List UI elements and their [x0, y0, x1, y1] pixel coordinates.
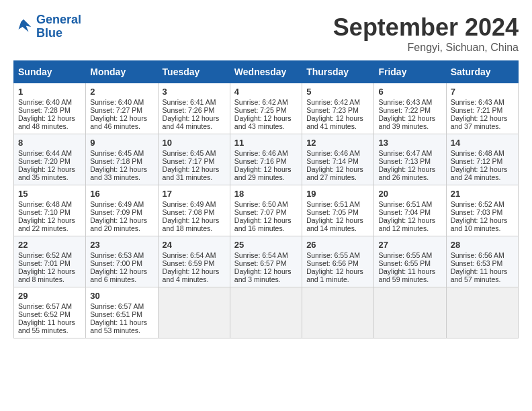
- logo-text: General Blue: [36, 13, 81, 40]
- table-row: 3Sunrise: 6:41 AMSunset: 7:26 PMDaylight…: [158, 83, 230, 134]
- table-row: 2Sunrise: 6:40 AMSunset: 7:27 PMDaylight…: [86, 83, 158, 134]
- table-row: 16Sunrise: 6:49 AMSunset: 7:09 PMDayligh…: [86, 185, 158, 236]
- logo-line1: General: [36, 13, 81, 26]
- calendar-week-5: 29Sunrise: 6:57 AMSunset: 6:52 PMDayligh…: [14, 287, 519, 338]
- table-row: 22Sunrise: 6:52 AMSunset: 7:01 PMDayligh…: [14, 236, 86, 287]
- table-row: 14Sunrise: 6:48 AMSunset: 7:12 PMDayligh…: [446, 134, 518, 185]
- day-number: 9: [90, 138, 153, 148]
- day-number: 7: [451, 87, 514, 97]
- day-number: 10: [163, 138, 226, 148]
- table-row: 11Sunrise: 6:46 AMSunset: 7:16 PMDayligh…: [230, 134, 302, 185]
- table-row: 9Sunrise: 6:45 AMSunset: 7:18 PMDaylight…: [86, 134, 158, 185]
- day-number: 1: [18, 87, 81, 97]
- table-row: 4Sunrise: 6:42 AMSunset: 7:25 PMDaylight…: [230, 83, 302, 134]
- table-row: 28Sunrise: 6:56 AMSunset: 6:53 PMDayligh…: [446, 236, 518, 287]
- col-saturday: Saturday: [446, 61, 518, 83]
- calendar-header-row: Sunday Monday Tuesday Wednesday Thursday…: [14, 61, 519, 83]
- col-tuesday: Tuesday: [158, 61, 230, 83]
- day-number: 22: [18, 240, 81, 250]
- table-row: 24Sunrise: 6:54 AMSunset: 6:59 PMDayligh…: [158, 236, 230, 287]
- calendar-week-1: 1Sunrise: 6:40 AMSunset: 7:28 PMDaylight…: [14, 83, 519, 134]
- day-number: 19: [306, 189, 369, 199]
- table-row: 8Sunrise: 6:44 AMSunset: 7:20 PMDaylight…: [14, 134, 86, 185]
- day-number: 8: [18, 138, 81, 148]
- day-number: 20: [378, 189, 441, 199]
- day-number: 16: [90, 189, 153, 199]
- day-number: 24: [163, 240, 226, 250]
- calendar-week-3: 15Sunrise: 6:48 AMSunset: 7:10 PMDayligh…: [14, 185, 519, 236]
- month-title: September 2024: [333, 13, 519, 42]
- table-row: 17Sunrise: 6:49 AMSunset: 7:08 PMDayligh…: [158, 185, 230, 236]
- svg-marker-0: [19, 19, 32, 32]
- day-number: 27: [378, 240, 441, 250]
- logo-icon: [13, 17, 34, 37]
- day-number: 30: [90, 291, 153, 301]
- table-row: [302, 287, 374, 338]
- table-row: 15Sunrise: 6:48 AMSunset: 7:10 PMDayligh…: [14, 185, 86, 236]
- logo: General Blue: [13, 13, 81, 40]
- calendar-week-2: 8Sunrise: 6:44 AMSunset: 7:20 PMDaylight…: [14, 134, 519, 185]
- table-row: 20Sunrise: 6:51 AMSunset: 7:04 PMDayligh…: [374, 185, 446, 236]
- table-row: 10Sunrise: 6:45 AMSunset: 7:17 PMDayligh…: [158, 134, 230, 185]
- table-row: [374, 287, 446, 338]
- table-row: 12Sunrise: 6:46 AMSunset: 7:14 PMDayligh…: [302, 134, 374, 185]
- col-sunday: Sunday: [14, 61, 86, 83]
- logo-line2: Blue: [36, 26, 62, 40]
- col-friday: Friday: [374, 61, 446, 83]
- day-number: 13: [378, 138, 441, 148]
- day-number: 14: [451, 138, 514, 148]
- day-number: 29: [18, 291, 81, 301]
- table-row: 1Sunrise: 6:40 AMSunset: 7:28 PMDaylight…: [14, 83, 86, 134]
- table-row: [230, 287, 302, 338]
- calendar-week-4: 22Sunrise: 6:52 AMSunset: 7:01 PMDayligh…: [14, 236, 519, 287]
- day-number: 26: [306, 240, 369, 250]
- col-thursday: Thursday: [302, 61, 374, 83]
- table-row: 18Sunrise: 6:50 AMSunset: 7:07 PMDayligh…: [230, 185, 302, 236]
- table-row: 27Sunrise: 6:55 AMSunset: 6:55 PMDayligh…: [374, 236, 446, 287]
- table-row: 30Sunrise: 6:57 AMSunset: 6:51 PMDayligh…: [86, 287, 158, 338]
- title-block: September 2024 Fengyi, Sichuan, China: [333, 13, 519, 54]
- table-row: [446, 287, 518, 338]
- table-row: 21Sunrise: 6:52 AMSunset: 7:03 PMDayligh…: [446, 185, 518, 236]
- day-number: 12: [306, 138, 369, 148]
- day-number: 6: [378, 87, 441, 97]
- location: Fengyi, Sichuan, China: [333, 42, 519, 54]
- table-row: 25Sunrise: 6:54 AMSunset: 6:57 PMDayligh…: [230, 236, 302, 287]
- page-header: General Blue September 2024 Fengyi, Sich…: [13, 13, 519, 54]
- table-row: 7Sunrise: 6:43 AMSunset: 7:21 PMDaylight…: [446, 83, 518, 134]
- col-monday: Monday: [86, 61, 158, 83]
- day-number: 18: [234, 189, 298, 199]
- day-number: 3: [163, 87, 226, 97]
- day-number: 15: [18, 189, 81, 199]
- table-row: 5Sunrise: 6:42 AMSunset: 7:23 PMDaylight…: [302, 83, 374, 134]
- day-number: 17: [163, 189, 226, 199]
- day-number: 11: [234, 138, 298, 148]
- table-row: 23Sunrise: 6:53 AMSunset: 7:00 PMDayligh…: [86, 236, 158, 287]
- table-row: 6Sunrise: 6:43 AMSunset: 7:22 PMDaylight…: [374, 83, 446, 134]
- col-wednesday: Wednesday: [230, 61, 302, 83]
- day-number: 23: [90, 240, 153, 250]
- day-number: 25: [234, 240, 298, 250]
- day-number: 28: [451, 240, 514, 250]
- day-number: 4: [234, 87, 298, 97]
- table-row: [158, 287, 230, 338]
- day-number: 21: [451, 189, 514, 199]
- table-row: 26Sunrise: 6:55 AMSunset: 6:56 PMDayligh…: [302, 236, 374, 287]
- calendar-table: Sunday Monday Tuesday Wednesday Thursday…: [13, 60, 519, 338]
- day-number: 2: [90, 87, 153, 97]
- day-number: 5: [306, 87, 369, 97]
- table-row: 19Sunrise: 6:51 AMSunset: 7:05 PMDayligh…: [302, 185, 374, 236]
- table-row: 13Sunrise: 6:47 AMSunset: 7:13 PMDayligh…: [374, 134, 446, 185]
- table-row: 29Sunrise: 6:57 AMSunset: 6:52 PMDayligh…: [14, 287, 86, 338]
